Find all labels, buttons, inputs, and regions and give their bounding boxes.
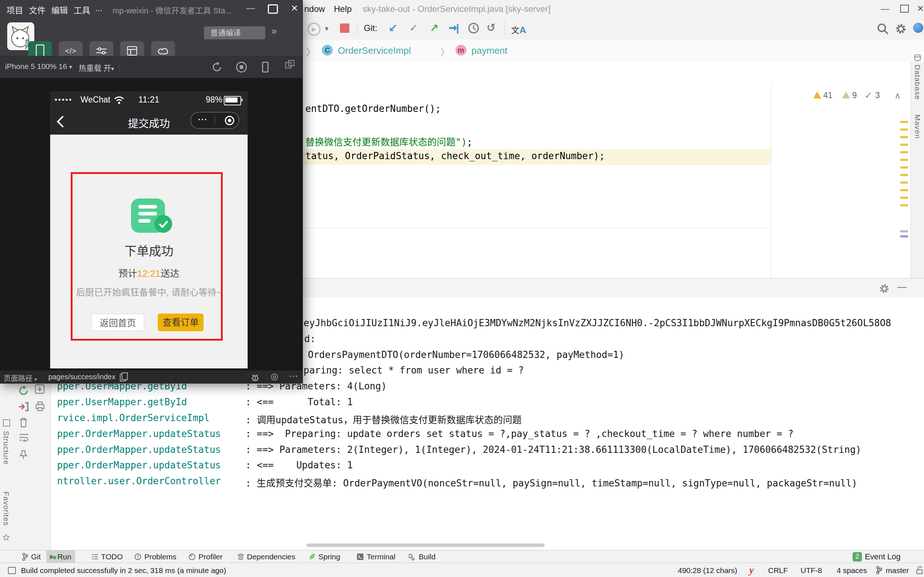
toolbar-tab-todo[interactable]: TODO — [88, 550, 126, 563]
page-path-value[interactable]: pages/success/index — [48, 373, 116, 381]
devtools-close-button[interactable]: ✕ — [291, 3, 298, 13]
stripe-mark[interactable] — [900, 230, 908, 232]
stop-button[interactable] — [340, 23, 349, 33]
toolbar-tab-problems[interactable]: Problems — [131, 550, 180, 563]
devtools-minimize-button[interactable]: — — [246, 3, 255, 13]
delete-icon[interactable] — [19, 417, 28, 428]
git-push-icon[interactable]: ↗ — [429, 22, 439, 34]
bug-icon[interactable] — [250, 373, 260, 382]
translate-icon[interactable]: 文A — [511, 23, 526, 36]
event-log-button[interactable]: 2 Event Log — [849, 550, 904, 563]
method-icon: m — [455, 45, 466, 56]
softwrap-icon[interactable] — [19, 433, 29, 442]
breadcrumb-class[interactable]: OrderServiceImpl — [338, 45, 411, 56]
search-icon[interactable] — [877, 23, 889, 35]
git-commit-icon[interactable]: ✓ — [409, 22, 418, 34]
toolbar-tab-build[interactable]: Build — [405, 550, 439, 563]
device-selector[interactable]: iPhone 5 100% 16 ▾ — [5, 62, 72, 71]
ide-menu-help[interactable]: Help — [334, 4, 352, 14]
profile-avatar-icon[interactable] — [913, 23, 923, 33]
phone-screen[interactable]: ●●●●● WeChat 11:21 98% — [50, 91, 248, 368]
unlock-icon[interactable] — [916, 566, 923, 574]
hot-reload-toggle[interactable]: 热重载 开▾ — [79, 62, 114, 73]
undo-icon[interactable]: ↺ — [487, 21, 495, 34]
run-panel-hide-icon[interactable]: — — [897, 282, 907, 293]
warning-stripe-mark[interactable] — [900, 129, 908, 131]
warning-stripe-mark[interactable] — [900, 166, 908, 169]
settings-gear-icon[interactable] — [895, 23, 907, 35]
caret-position[interactable]: 490:28 (12 chars) — [678, 566, 737, 575]
prev-problem-icon[interactable]: ∧ — [894, 90, 901, 101]
git-branch-name[interactable]: master — [886, 566, 909, 575]
git-update-icon[interactable]: ↙ — [389, 22, 397, 34]
warning-stripe-mark[interactable] — [900, 189, 908, 191]
code-editor[interactable]: 41 9 ✓ 3 ∧ ∨ entDTO.getOrderNumber(); 替换… — [302, 62, 924, 278]
capsule-more-icon[interactable]: ⋯ — [197, 113, 208, 125]
warning-stripe-mark[interactable] — [900, 204, 908, 206]
run-config-icon[interactable]: ▶ — [308, 23, 321, 36]
toolbar-tab-profiler[interactable]: Profiler — [185, 550, 226, 563]
ide-menu-window[interactable]: ndow — [304, 4, 325, 14]
ide-toolwindow-bar: Git ▶ Run TODO Problems Profiler — [0, 550, 924, 563]
eye-record-icon[interactable]: ◎ — [271, 371, 278, 381]
horizontal-scrollbar[interactable] — [306, 543, 545, 547]
warning-stripe-mark[interactable] — [900, 182, 908, 184]
exit-icon[interactable] — [18, 401, 29, 412]
run-panel-gear-icon[interactable] — [879, 284, 889, 294]
back-home-button[interactable]: 返回首页 — [91, 314, 144, 331]
warning-stripe-mark[interactable] — [900, 136, 908, 138]
tool-stripe-maven[interactable]: Maven — [913, 114, 922, 139]
toolbar-tab-git[interactable]: Git — [19, 550, 44, 563]
stripe-mark[interactable] — [900, 235, 908, 237]
view-order-button[interactable]: 查看订单 — [158, 314, 203, 331]
warning-stripe-mark[interactable] — [900, 143, 908, 146]
git-merge-icon[interactable] — [448, 23, 460, 34]
scroll-down-icon[interactable] — [35, 384, 45, 394]
menu-file[interactable]: 文件 — [29, 3, 45, 16]
menu-project[interactable]: 项目 — [6, 3, 23, 16]
menu-edit[interactable]: 编辑 — [51, 3, 68, 16]
status-message[interactable]: Build completed successfully in 2 sec, 3… — [21, 566, 226, 575]
menu-tools[interactable]: 工具 — [74, 3, 90, 16]
capsule-record-icon[interactable] — [225, 116, 234, 125]
warning-stripe-mark[interactable] — [900, 151, 908, 153]
breadcrumb-method[interactable]: payment — [471, 45, 508, 56]
footer-more-icon[interactable]: ⋯ — [289, 371, 298, 382]
refresh-icon[interactable] — [211, 62, 223, 73]
toolbar-tab-terminal[interactable]: Terminal — [353, 550, 399, 563]
compile-mode-dropdown[interactable]: 普通编译 — [204, 26, 265, 39]
pin-icon[interactable] — [19, 450, 28, 460]
ide-minimize-button[interactable]: — — [881, 3, 889, 14]
history-clock-icon[interactable] — [468, 23, 479, 34]
menu-more[interactable]: ... — [95, 3, 102, 13]
indent-setting[interactable]: 4 spaces — [837, 566, 867, 575]
warning-stripe-mark[interactable] — [900, 197, 908, 199]
toolbar-tab-run[interactable]: ▶ Run — [46, 550, 75, 563]
toolbar-more-icon[interactable]: » — [271, 25, 277, 37]
file-encoding[interactable]: UTF-8 — [801, 566, 822, 575]
y-logo-icon[interactable]: y — [749, 564, 754, 576]
inspections-widget[interactable]: 41 9 ✓ 3 — [813, 90, 878, 102]
devtools-maximize-button[interactable] — [268, 4, 278, 14]
detach-window-icon[interactable] — [285, 62, 292, 69]
device-preview-icon[interactable] — [262, 62, 269, 73]
toolbar-tab-dependencies[interactable]: Dependencies — [234, 550, 299, 563]
stop-icon[interactable] — [236, 62, 247, 73]
run-config-dropdown-icon[interactable]: ▾ — [325, 24, 329, 33]
toolbar-tab-spring[interactable]: Spring — [305, 550, 344, 563]
warning-stripe-mark[interactable] — [900, 174, 908, 176]
tool-stripe-favorites[interactable]: Favorites — [2, 492, 10, 526]
line-ending[interactable]: CRLF — [768, 566, 788, 575]
warning-stripe-mark[interactable] — [900, 121, 908, 123]
success-check-icon — [155, 215, 172, 233]
warning-stripe-mark[interactable] — [900, 159, 908, 161]
ide-close-button[interactable]: ✕ — [917, 3, 924, 14]
ide-maximize-button[interactable] — [900, 5, 909, 13]
copy-path-icon[interactable] — [120, 374, 126, 381]
print-icon[interactable] — [35, 401, 45, 411]
tool-stripe-structure[interactable]: Structure — [2, 431, 10, 465]
page-path-dropdown[interactable]: 页面路径 ▾ — [3, 373, 37, 383]
toolwindow-toggle-icon[interactable] — [8, 567, 16, 574]
tool-stripe-database[interactable]: Database — [913, 64, 922, 100]
rerun-icon[interactable] — [18, 385, 29, 396]
